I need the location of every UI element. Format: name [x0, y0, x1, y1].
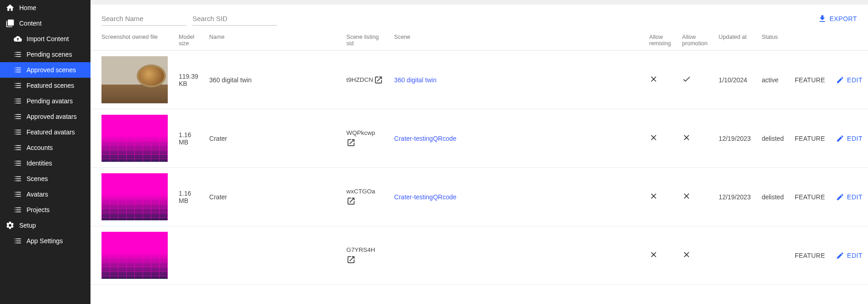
sid-cell: WQPkcwp	[346, 129, 383, 147]
sidebar-item-label: Import Content	[27, 35, 69, 43]
search-sid-input[interactable]	[192, 12, 277, 26]
sidebar-item-import content[interactable]: Import Content	[0, 31, 91, 47]
pencil-icon	[836, 193, 844, 201]
status-cell: active	[756, 51, 789, 109]
col-updated-at[interactable]: Updated at	[713, 30, 756, 51]
sidebar-item-featured avatars[interactable]: Featured avatars	[0, 124, 91, 140]
export-button[interactable]: EXPORT	[818, 14, 857, 23]
list-icon	[14, 112, 22, 121]
list-icon	[14, 50, 22, 59]
feature-button[interactable]: FEATURE	[795, 193, 825, 201]
model-size-cell	[173, 226, 204, 285]
sidebar-item-avatars[interactable]: Avatars	[0, 187, 91, 202]
status-cell	[756, 226, 789, 285]
pencil-icon	[836, 76, 844, 84]
status-cell: delisted	[756, 168, 789, 226]
name-cell: 360 digital twin	[204, 51, 341, 109]
model-size-cell: 119.39 KB	[173, 51, 204, 109]
sid-text: WQPkcwp	[346, 129, 375, 136]
sidebar-item-accounts[interactable]: Accounts	[0, 140, 91, 155]
download-icon	[818, 14, 827, 23]
table-row: 119.39 KB 360 digital twin t9HZDCN 360 d…	[91, 51, 868, 109]
list-icon	[14, 144, 22, 152]
sidebar-item-scenes[interactable]: Scenes	[0, 171, 91, 187]
sidebar-item-pending avatars[interactable]: Pending avatars	[0, 93, 91, 109]
list-icon	[14, 206, 22, 214]
close-icon	[649, 250, 658, 259]
sidebar-item-home[interactable]: Home	[0, 0, 91, 16]
col-scene[interactable]: Scene	[389, 30, 644, 51]
open-external-icon[interactable]	[346, 138, 356, 147]
sid-cell: wxCTGOa	[346, 188, 383, 206]
check-icon	[682, 75, 691, 84]
col-sid[interactable]: Scene listing sid	[341, 30, 389, 51]
sidebar-item-approved avatars[interactable]: Approved avatars	[0, 109, 91, 124]
open-external-icon[interactable]	[374, 75, 383, 85]
sidebar-item-app settings[interactable]: App Settings	[0, 233, 91, 249]
edit-button[interactable]: EDIT	[836, 76, 863, 84]
list-icon	[14, 97, 22, 105]
sidebar-item-label: Identities	[27, 160, 52, 167]
updated-at-cell	[713, 226, 756, 285]
list-icon	[14, 237, 22, 245]
top-spacer	[91, 0, 868, 5]
sid-text: wxCTGOa	[346, 188, 375, 195]
col-name[interactable]: Name	[204, 30, 341, 51]
sidebar-item-label: Pending scenes	[27, 51, 72, 58]
col-status[interactable]: Status	[756, 30, 789, 51]
scene-link[interactable]: 360 digital twin	[394, 76, 437, 84]
sidebar-item-label: Content	[19, 20, 42, 27]
sidebar-item-label: App Settings	[27, 237, 63, 245]
sidebar-item-featured scenes[interactable]: Featured scenes	[0, 78, 91, 93]
sidebar-item-label: Featured scenes	[27, 82, 74, 89]
open-external-icon[interactable]	[346, 197, 356, 206]
search-name-input[interactable]	[101, 12, 186, 26]
content-area: EXPORT Screenshot owned file Model size …	[91, 0, 868, 304]
close-icon	[649, 133, 658, 142]
table-row: 1.16 MB Crater WQPkcwp Crater-testingQRc…	[91, 109, 868, 168]
feature-button[interactable]: FEATURE	[795, 252, 825, 259]
thumbnail[interactable]	[101, 115, 168, 162]
sidebar-item-label: Accounts	[27, 144, 53, 151]
feature-button[interactable]: FEATURE	[795, 76, 825, 84]
edit-button[interactable]: EDIT	[836, 251, 863, 260]
list-icon	[14, 190, 22, 198]
list-icon	[14, 175, 22, 183]
col-allow-promotion[interactable]: Allow promotion	[676, 30, 713, 51]
col-allow-remixing[interactable]: Allow remixing	[644, 30, 676, 51]
sidebar-item-label: Approved avatars	[27, 113, 77, 120]
sidebar-item-label: Setup	[19, 222, 36, 229]
pencil-icon	[836, 251, 844, 260]
list-icon	[14, 159, 22, 167]
sidebar-item-label: Featured avatars	[27, 128, 75, 136]
sidebar-item-approved scenes[interactable]: Approved scenes	[0, 62, 91, 78]
status-cell: delisted	[756, 109, 789, 168]
book-icon	[5, 19, 15, 28]
sidebar-item-identities[interactable]: Identities	[0, 155, 91, 171]
home-icon	[5, 3, 15, 12]
table-wrap[interactable]: Screenshot owned file Model size Name Sc…	[91, 30, 868, 304]
col-model-size[interactable]: Model size	[173, 30, 204, 51]
sidebar-item-label: Avatars	[27, 191, 48, 198]
thumbnail[interactable]	[101, 232, 168, 279]
list-icon	[14, 81, 22, 90]
table-row: 1.16 MB Crater wxCTGOa Crater-testingQRc…	[91, 168, 868, 226]
gear-icon	[5, 221, 15, 230]
edit-button[interactable]: EDIT	[836, 134, 863, 143]
thumbnail[interactable]	[101, 173, 168, 220]
sidebar-item-content[interactable]: Content	[0, 16, 91, 31]
edit-label: EDIT	[847, 193, 863, 201]
pencil-icon	[836, 134, 844, 143]
scene-link[interactable]: Crater-testingQRcode	[394, 135, 456, 142]
feature-button[interactable]: FEATURE	[795, 135, 825, 142]
thumbnail[interactable]	[101, 56, 168, 103]
cloud-icon	[14, 35, 22, 43]
sidebar-item-pending scenes[interactable]: Pending scenes	[0, 47, 91, 62]
scene-link[interactable]: Crater-testingQRcode	[394, 193, 456, 201]
sidebar-item-setup[interactable]: Setup	[0, 218, 91, 233]
col-screenshot[interactable]: Screenshot owned file	[91, 30, 173, 51]
open-external-icon[interactable]	[346, 255, 356, 264]
edit-button[interactable]: EDIT	[836, 193, 863, 201]
close-icon	[682, 250, 691, 259]
sidebar-item-projects[interactable]: Projects	[0, 202, 91, 218]
